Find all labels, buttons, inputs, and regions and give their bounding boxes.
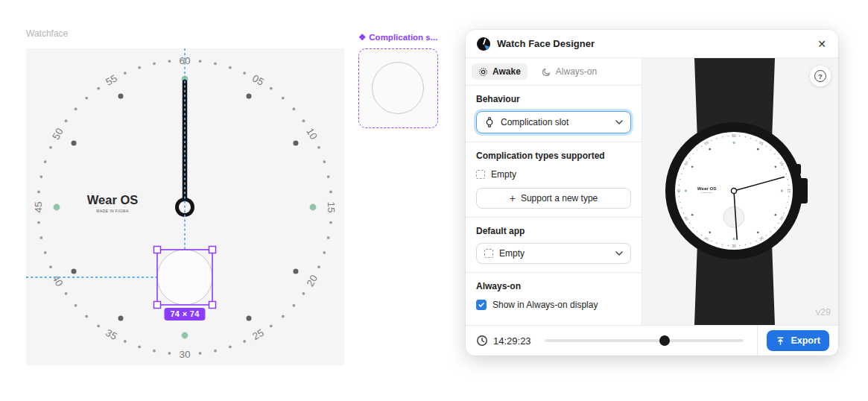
watch-icon	[484, 117, 495, 127]
default-app-value: Empty	[499, 248, 525, 259]
watch-preview: 051015202530354045505560Wear OSMADE IN F…	[642, 58, 838, 325]
component-thumbnail[interactable]	[358, 48, 438, 128]
alignment-guides	[26, 48, 185, 277]
svg-text:MADE IN FIGMA: MADE IN FIGMA	[96, 209, 129, 213]
complication-type-item: Empty	[476, 169, 631, 180]
tab-awake-label: Awake	[492, 66, 521, 77]
tab-always-on[interactable]: Always-on	[535, 63, 604, 80]
slider-track[interactable]	[545, 339, 744, 342]
svg-text:15: 15	[787, 189, 791, 193]
behaviour-label: Behaviour	[476, 94, 631, 104]
svg-text:25: 25	[250, 327, 266, 343]
behaviour-value: Complication slot	[501, 117, 568, 127]
svg-text:10: 10	[304, 126, 320, 142]
default-app-label: Default app	[476, 226, 631, 236]
selection-handle[interactable]	[154, 302, 161, 309]
chevron-down-icon	[615, 251, 623, 256]
support-new-type-label: Support a new type	[521, 193, 598, 203]
svg-text:40: 40	[50, 273, 66, 288]
check-icon	[478, 301, 485, 309]
always-on-checkbox[interactable]	[476, 300, 487, 310]
mode-tabs: Awake Always-on	[466, 58, 642, 86]
plugin-logo-icon	[476, 37, 491, 51]
svg-text:Wear OS: Wear OS	[697, 186, 717, 191]
always-on-section: Always-on Show in Always-on display	[466, 273, 642, 318]
tab-awake[interactable]: Awake	[472, 63, 528, 80]
moon-icon	[542, 67, 551, 77]
component-slot-circle	[372, 62, 424, 114]
dialog-title: Watch Face Designer	[497, 38, 595, 49]
svg-text:Wear OS: Wear OS	[87, 193, 138, 206]
svg-text:MADE IN FIGMA: MADE IN FIGMA	[701, 192, 714, 193]
export-icon	[776, 336, 785, 346]
default-app-select[interactable]: Empty	[476, 243, 631, 264]
svg-text:05: 05	[250, 72, 266, 88]
selection-handle[interactable]	[209, 247, 216, 253]
version-label: v29	[816, 307, 831, 318]
svg-text:15: 15	[326, 201, 337, 212]
time-readout: 14:29:23	[476, 335, 531, 347]
support-new-type-button[interactable]: + Support a new type	[476, 188, 631, 209]
svg-text:20: 20	[305, 273, 320, 288]
component-label-text: Complication s...	[369, 33, 437, 42]
sun-icon	[478, 67, 488, 77]
export-button[interactable]: Export	[767, 330, 829, 351]
behaviour-select[interactable]: Complication slot	[476, 111, 631, 133]
svg-text:45: 45	[33, 201, 44, 212]
selection-handle[interactable]	[209, 302, 216, 309]
svg-text:50: 50	[50, 126, 66, 142]
svg-text:55: 55	[104, 72, 119, 88]
watch-face-designer-dialog: Watch Face Designer ✕ Awake	[466, 30, 838, 356]
component-diamond-icon: ❖	[358, 32, 366, 42]
watch-render: 051015202530354045505560Wear OSMADE IN F…	[642, 58, 837, 325]
canvas-frame-label: Watchface	[26, 28, 68, 39]
selection-handle[interactable]	[154, 247, 161, 253]
component-label[interactable]: ❖ Complication s...	[358, 32, 440, 42]
svg-text:60: 60	[732, 133, 736, 138]
complication-types-label: Complication types supported	[476, 151, 631, 161]
empty-slot-icon	[476, 170, 485, 179]
complication-type-item-label: Empty	[491, 169, 516, 180]
svg-text:30: 30	[732, 244, 736, 248]
clock-icon	[476, 335, 488, 347]
svg-text:35: 35	[104, 327, 119, 343]
slider-thumb[interactable]	[659, 335, 670, 346]
plus-icon: +	[510, 193, 516, 203]
always-on-label: Always-on	[476, 281, 631, 291]
hand-center-dot	[731, 188, 736, 193]
time-slider[interactable]	[545, 335, 744, 346]
watchface-canvas[interactable]: 051015202530354045505560Wear OSMADE IN F…	[26, 48, 344, 365]
time-text: 14:29:23	[493, 335, 531, 347]
empty-app-icon	[484, 249, 493, 258]
behaviour-section: Behaviour Complication slot	[466, 86, 642, 142]
always-on-checkbox-label[interactable]: Show in Always-on display	[492, 300, 598, 310]
question-icon: ?	[814, 70, 826, 82]
chevron-down-icon	[615, 120, 623, 124]
help-button[interactable]: ?	[810, 66, 831, 86]
svg-text:30: 30	[179, 349, 190, 360]
svg-text:45: 45	[677, 189, 681, 193]
default-app-section: Default app Empty	[466, 218, 642, 273]
export-area: Export	[758, 330, 838, 351]
selection-size-badge: 74 × 74	[164, 308, 205, 321]
tab-always-on-label: Always-on	[556, 66, 597, 77]
dialog-header: Watch Face Designer ✕	[466, 30, 838, 58]
always-on-row: Show in Always-on display	[476, 300, 631, 310]
settings-column: Awake Always-on Behaviour Complication	[466, 58, 642, 325]
dialog-footer: 14:29:23 Export	[466, 325, 838, 356]
complication-types-section: Complication types supported Empty + Sup…	[466, 142, 642, 218]
close-icon[interactable]: ✕	[816, 37, 828, 51]
export-label: Export	[791, 335, 820, 346]
dialog-body: Awake Always-on Behaviour Complication	[466, 58, 838, 325]
